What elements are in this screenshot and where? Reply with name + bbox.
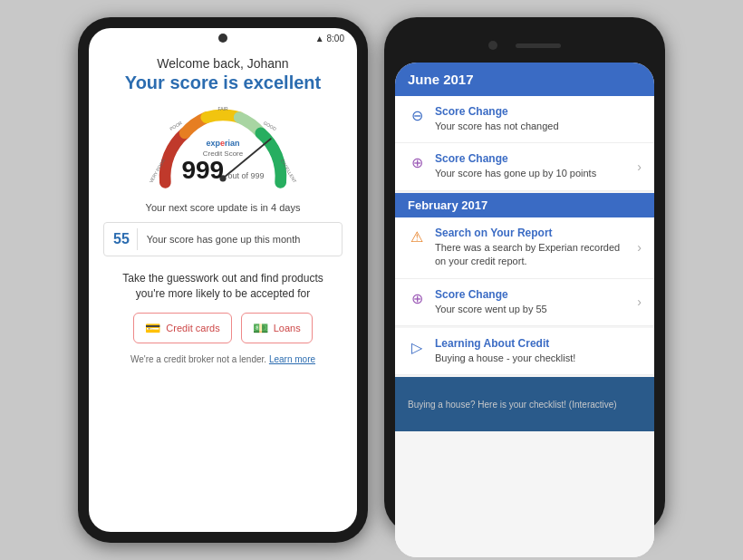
phone-2-screen: June 2017 ⊖ Score Change Your score has … — [395, 63, 654, 557]
item-content: Score Change Your score has gone up by 1… — [435, 152, 632, 180]
loans-label: Loans — [274, 323, 301, 333]
february-header: February 2017 — [395, 193, 654, 217]
score-up-icon: ⊕ — [408, 154, 426, 171]
phone-1: ▲ 8:00 Welcome back, Johann Your score i… — [78, 17, 368, 543]
item-desc: Buying a house - your checklist! — [435, 352, 642, 365]
phone-2-speaker — [516, 43, 561, 48]
main-header-text: June 2017 — [408, 72, 474, 87]
item-title: Score Change — [435, 152, 632, 165]
item-desc: Your score has not changed — [435, 120, 642, 133]
item-title: Score Change — [435, 105, 642, 118]
experian-logo: experian — [206, 139, 239, 148]
score-title: Your score is excellent — [103, 72, 343, 93]
chevron-right-icon: › — [637, 294, 642, 309]
item-desc: Your score has gone up by 10 points — [435, 167, 632, 180]
score-change-box: 55 Your score has gone up this month — [103, 222, 343, 256]
time: 8:00 — [327, 34, 344, 43]
video-preview: Buying a house? Here is your checklist! … — [395, 377, 654, 431]
phone-2-top — [395, 28, 654, 63]
gauge-container: VERY POOR POOR FAIR GOOD EXCELLENT exper… — [89, 97, 357, 198]
welcome-text: Welcome back, Johann — [103, 56, 343, 71]
list-item[interactable]: ⊖ Score Change Your score has not change… — [395, 96, 654, 143]
score-value: 999 — [181, 156, 224, 184]
play-icon: ▷ — [408, 339, 426, 356]
phone-1-camera — [218, 34, 227, 43]
list-item[interactable]: ⊕ Score Change Your score went up by 55 … — [395, 279, 654, 326]
item-title: Search on Your Report — [435, 227, 632, 239]
products-text: Take the guesswork out and find products… — [89, 262, 357, 307]
divider — [137, 228, 138, 250]
score-up-icon: ⊕ — [408, 290, 426, 307]
status-icons: ▲ 8:00 — [315, 34, 344, 43]
item-content: Learning About Credit Buying a house - y… — [435, 337, 642, 365]
phone-1-screen: ▲ 8:00 Welcome back, Johann Your score i… — [89, 28, 357, 532]
chevron-right-icon: › — [637, 240, 642, 255]
chevron-right-icon: › — [637, 159, 642, 174]
list-item[interactable]: ▷ Learning About Credit Buying a house -… — [395, 328, 654, 375]
main-header: June 2017 — [395, 63, 654, 96]
welcome-section: Welcome back, Johann Your score is excel… — [89, 49, 357, 97]
item-content: Search on Your Report There was a search… — [435, 227, 632, 269]
loans-button[interactable]: 💵 Loans — [241, 313, 313, 343]
product-buttons: 💳 Credit cards 💵 Loans — [89, 307, 357, 349]
score-out-of: out of 999 — [228, 171, 265, 180]
section-learning: ▷ Learning About Credit Buying a house -… — [395, 328, 654, 375]
list-item[interactable]: ⚠ Search on Your Report There was a sear… — [395, 217, 654, 279]
gauge-center: experian Credit Score 999 out of 999 — [181, 133, 264, 183]
score-change-number: 55 — [113, 231, 130, 247]
svg-text:FAIR: FAIR — [217, 106, 228, 111]
item-content: Score Change Your score has not changed — [435, 105, 642, 133]
item-title: Score Change — [435, 288, 632, 301]
credit-cards-label: Credit cards — [166, 323, 219, 333]
score-change-text: Your score has gone up this month — [147, 234, 301, 245]
video-preview-text: Buying a house? Here is your checklist! … — [408, 400, 617, 410]
signal-icon: ▲ — [315, 34, 324, 43]
item-content: Score Change Your score went up by 55 — [435, 288, 632, 316]
credit-cards-button[interactable]: 💳 Credit cards — [133, 313, 231, 343]
warning-icon: ⚠ — [408, 228, 426, 246]
phone-2: June 2017 ⊖ Score Change Your score has … — [384, 17, 665, 534]
phone-2-camera — [488, 41, 497, 50]
credit-card-icon: 💳 — [145, 321, 160, 335]
item-desc: There was a search by Experian recorded … — [435, 241, 632, 269]
item-desc: Your score went up by 55 — [435, 303, 632, 316]
broker-text: We're a credit broker not a lender. Lear… — [89, 349, 357, 370]
section-june: ⊖ Score Change Your score has not change… — [395, 96, 654, 191]
list-item[interactable]: ⊕ Score Change Your score has gone up by… — [395, 143, 654, 190]
minus-circle-icon: ⊖ — [408, 107, 426, 124]
timeline-content: ⊖ Score Change Your score has not change… — [395, 96, 654, 557]
section-february: February 2017 ⚠ Search on Your Report Th… — [395, 193, 654, 326]
score-update: Your next score update is in 4 days — [89, 198, 357, 217]
item-title: Learning About Credit — [435, 337, 642, 350]
learn-more-link[interactable]: Learn more — [269, 354, 315, 364]
loans-icon: 💵 — [253, 321, 268, 335]
